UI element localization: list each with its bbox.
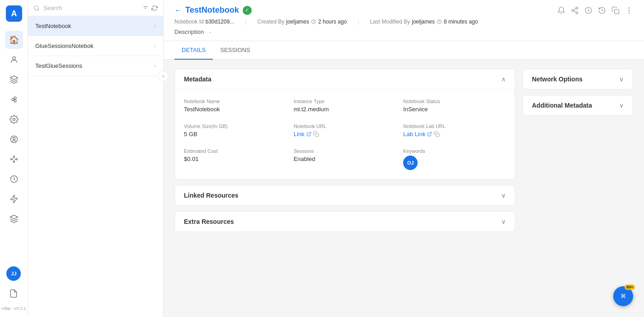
status-badge: ✓: [243, 6, 252, 15]
svg-line-34: [429, 132, 432, 134]
notebook-url-field: Notebook URL Link: [294, 123, 396, 137]
estimated-cost-field: Estimated Cost $0.01: [184, 148, 287, 170]
svg-rect-33: [315, 133, 318, 137]
svg-line-23: [573, 11, 576, 12]
network-options-card: Network Options ∨: [522, 69, 633, 90]
person-nav-icon[interactable]: [5, 51, 23, 69]
notebook-lab-url-label: Notebook Lab URL: [403, 123, 506, 129]
clock-meta-icon: [311, 19, 316, 24]
created-time: 2 hours ago: [318, 19, 347, 25]
svg-point-20: [576, 7, 578, 9]
workflow-nav-icon[interactable]: [5, 150, 23, 168]
page-title: TestNotebook: [185, 5, 239, 15]
notebook-url-label: Notebook URL: [294, 123, 396, 129]
svg-point-8: [13, 137, 15, 140]
search-input[interactable]: [43, 5, 139, 11]
network-options-title: Network Options: [532, 76, 583, 83]
svg-point-21: [572, 9, 574, 11]
bolt-nav-icon[interactable]: [5, 190, 23, 208]
content-area: Metadata ∧ Notebook Name TestNotebook In…: [164, 60, 644, 241]
svg-line-16: [38, 9, 39, 10]
meta-divider-1: |: [245, 19, 246, 25]
notebook-item-glue[interactable]: GlueSessionsNotebok ›: [28, 36, 163, 56]
notebook-name-label: Notebook Name: [184, 99, 287, 104]
history-icon[interactable]: [598, 6, 606, 14]
document-nav-icon[interactable]: [5, 284, 23, 303]
svg-point-4: [14, 97, 16, 99]
extra-resources-title: Extra Resources: [184, 218, 234, 225]
notebook-status-label: Notebook Status: [403, 99, 506, 104]
metadata-card-title: Metadata: [184, 76, 212, 83]
share-icon[interactable]: [571, 6, 579, 14]
svg-line-24: [573, 8, 576, 9]
home-nav-icon[interactable]: 🏠: [5, 31, 23, 49]
modified-time: 8 minutes ago: [444, 19, 478, 25]
notebook-label: GlueSessionsNotebok: [35, 43, 94, 49]
sessions-value: Enabled: [294, 156, 396, 162]
meta-divider-2: |: [357, 19, 359, 25]
app-logo[interactable]: A: [6, 5, 22, 22]
additional-metadata-title: Additional Metadata: [532, 102, 592, 109]
filter-icon[interactable]: [142, 5, 149, 11]
notification-count: 99+: [625, 284, 635, 290]
user-avatar[interactable]: JJ: [6, 266, 21, 281]
notebook-label: TestNotebook: [35, 23, 71, 29]
additional-metadata-header[interactable]: Additional Metadata ∨: [523, 95, 633, 115]
extra-resources-header[interactable]: Extra Resources ∨: [175, 212, 515, 232]
notebook-status-value: InService: [403, 106, 506, 113]
svg-point-29: [629, 12, 630, 13]
svg-marker-14: [10, 195, 17, 203]
clock-header-icon[interactable]: [584, 6, 592, 14]
additional-metadata-chevron: ∨: [619, 102, 624, 109]
notebook-lab-url-link[interactable]: Lab Link: [403, 131, 506, 137]
layers-nav-icon[interactable]: [5, 210, 23, 228]
linked-resources-chevron: ∨: [501, 192, 506, 199]
modified-by-value: joeljames: [412, 19, 435, 25]
keyword-avatar: OJ: [403, 156, 418, 170]
refresh-icon[interactable]: [151, 5, 158, 11]
user-nav-icon[interactable]: [5, 130, 23, 148]
back-button[interactable]: ←: [174, 6, 182, 14]
svg-point-28: [629, 10, 630, 11]
additional-metadata-card: Additional Metadata ∨: [522, 95, 633, 116]
estimated-cost-value: $0.01: [184, 156, 287, 162]
search-bar: [28, 0, 163, 16]
linked-resources-header[interactable]: Linked Resources ∨: [175, 185, 515, 205]
breadcrumb: ← TestNotebook ✓: [174, 5, 252, 15]
notebook-item-testglue[interactable]: TestGlueSessions ›: [28, 56, 163, 76]
volume-size-label: Volume Size(In GB): [184, 123, 287, 129]
chevron-right-icon: ›: [154, 43, 156, 49]
sidebar-toggle-button[interactable]: ‹: [158, 71, 169, 81]
created-by-value: joeljames: [286, 19, 309, 25]
tab-details[interactable]: DETAILS: [174, 41, 213, 60]
notebook-label: TestGlueSessions: [35, 62, 82, 69]
extra-resources-card: Extra Resources ∨: [174, 211, 515, 232]
more-icon[interactable]: [625, 6, 633, 14]
notebook-id-value: b30d1209...: [206, 19, 234, 25]
notification-badge[interactable]: ⌘ 99+: [613, 286, 633, 306]
estimated-cost-label: Estimated Cost: [184, 148, 287, 154]
copy-header-icon[interactable]: [611, 6, 620, 14]
settings-nav-icon[interactable]: [5, 110, 23, 128]
bell-icon[interactable]: [557, 6, 565, 14]
header-meta: Notebook Id b30d1209... | Created By joe…: [174, 19, 633, 25]
notebook-sidebar: TestNotebook › GlueSessionsNotebok › Tes…: [28, 0, 164, 317]
group-nav-icon[interactable]: [5, 90, 23, 109]
network-options-header[interactable]: Network Options ∨: [523, 69, 633, 89]
tab-sessions[interactable]: SESSIONS: [213, 41, 257, 60]
notebook-item-testnotebook[interactable]: TestNotebook ›: [28, 16, 163, 36]
svg-point-12: [16, 158, 17, 160]
description-row: Description -: [174, 28, 633, 35]
copy-lab-link-icon[interactable]: [434, 131, 440, 137]
sessions-label: Sessions: [294, 148, 396, 154]
notebook-lab-url-field: Notebook Lab URL Lab Link: [403, 123, 506, 137]
copy-link-icon[interactable]: [313, 131, 319, 137]
svg-point-15: [34, 5, 38, 9]
clock-nav-icon[interactable]: [5, 170, 23, 188]
metadata-card-header[interactable]: Metadata ∧: [175, 69, 515, 90]
svg-point-2: [12, 57, 15, 60]
metadata-grid: Notebook Name TestNotebook Instance Type…: [184, 99, 506, 170]
data-nav-icon[interactable]: [5, 71, 23, 89]
svg-point-10: [13, 156, 14, 157]
notebook-url-link[interactable]: Link: [294, 131, 396, 137]
